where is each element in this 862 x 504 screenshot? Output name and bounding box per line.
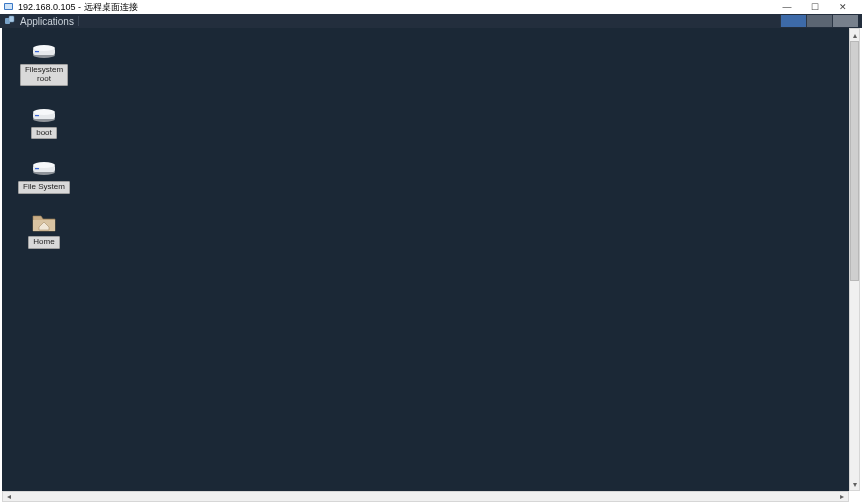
desktop-icon-boot[interactable]: boot <box>16 106 72 140</box>
remote-panel: Applications <box>0 14 862 28</box>
maximize-button[interactable]: ☐ <box>808 1 822 13</box>
vertical-scroll-track[interactable] <box>850 41 859 478</box>
close-button[interactable]: ✕ <box>836 1 850 13</box>
desktop-icon-label: Filesystem root <box>20 64 68 86</box>
desktop-icon-label: Home <box>28 236 59 249</box>
horizontal-scroll-track[interactable] <box>15 492 836 501</box>
drive-icon <box>31 42 57 60</box>
applications-menu-icon[interactable] <box>4 15 16 27</box>
svg-rect-7 <box>35 51 39 52</box>
desktop[interactable]: Filesystem root boot <box>2 28 849 491</box>
drive-icon <box>31 106 57 124</box>
desktop-icons-column: Filesystem root boot <box>16 42 72 249</box>
scroll-right-arrow-icon[interactable]: ▸ <box>836 492 848 501</box>
desktop-icon-home[interactable]: Home <box>16 214 72 249</box>
workspace-indicator-3[interactable] <box>832 15 858 27</box>
svg-rect-15 <box>35 168 39 169</box>
minimize-button[interactable]: — <box>780 1 794 13</box>
scroll-down-arrow-icon[interactable]: ▾ <box>850 478 859 490</box>
vertical-scrollbar[interactable]: ▴ ▾ <box>849 28 860 491</box>
svg-rect-1 <box>5 4 12 9</box>
svg-rect-3 <box>9 16 14 22</box>
window-controls: — ☐ ✕ <box>780 1 858 13</box>
scroll-up-arrow-icon[interactable]: ▴ <box>850 29 859 41</box>
svg-rect-11 <box>35 115 39 116</box>
rdp-window-icon <box>4 2 14 12</box>
desktop-icon-label: File System <box>18 181 70 194</box>
svg-point-10 <box>33 109 55 115</box>
desktop-icon-label: boot <box>31 127 57 140</box>
desktop-icon-file-system[interactable]: File System <box>16 159 72 194</box>
horizontal-scrollbar[interactable]: ◂ ▸ <box>2 491 849 502</box>
vertical-scroll-thumb[interactable] <box>850 41 859 281</box>
window-titlebar: 192.168.0.105 - 远程桌面连接 — ☐ ✕ <box>0 0 862 14</box>
svg-point-6 <box>33 45 55 51</box>
svg-point-14 <box>33 162 55 168</box>
panel-divider <box>78 16 79 26</box>
workspace-indicator-2[interactable] <box>806 15 832 27</box>
applications-menu[interactable]: Applications <box>20 16 74 27</box>
drive-icon <box>31 159 57 177</box>
scroll-left-arrow-icon[interactable]: ◂ <box>3 492 15 501</box>
window-title: 192.168.0.105 - 远程桌面连接 <box>18 1 780 14</box>
desktop-icon-filesystem-root[interactable]: Filesystem root <box>16 42 72 86</box>
panel-tray <box>780 15 858 27</box>
workspace-indicator-1[interactable] <box>780 15 806 27</box>
desktop-viewport: Filesystem root boot <box>2 28 849 491</box>
home-folder-icon <box>31 214 57 232</box>
